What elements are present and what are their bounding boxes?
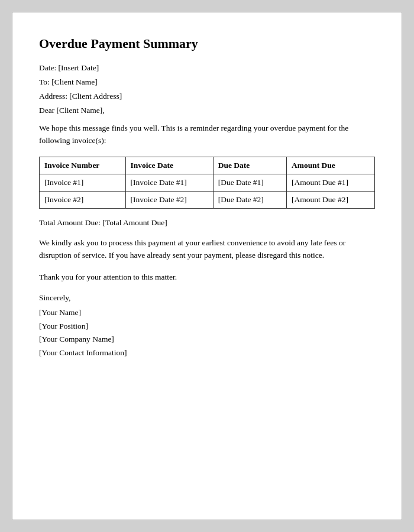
signature-name: [Your Name] <box>39 306 375 320</box>
document-container: Overdue Payment Summary Date: [Insert Da… <box>12 12 402 520</box>
thank-you-text: Thank you for your attention to this mat… <box>39 271 375 284</box>
table-cell-r0-c3: [Amount Due #1] <box>286 174 374 191</box>
table-cell-r0-c0: [Invoice #1] <box>40 174 126 191</box>
table-cell-r0-c2: [Due Date #1] <box>213 174 286 191</box>
table-cell-r0-c1: [Invoice Date #1] <box>125 174 213 191</box>
date-line: Date: [Insert Date] <box>39 63 375 73</box>
total-line: Total Amount Due: [Total Amount Due] <box>39 218 375 228</box>
sincerely-label: Sincerely, <box>39 293 375 303</box>
table-body: [Invoice #1][Invoice Date #1][Due Date #… <box>40 174 375 208</box>
col-header-due-date: Due Date <box>213 157 286 174</box>
to-line: To: [Client Name] <box>39 77 375 87</box>
payment-text: We kindly ask you to process this paymen… <box>39 237 375 262</box>
address-line: Address: [Client Address] <box>39 92 375 101</box>
signature-contact: [Your Contact Information] <box>39 346 375 360</box>
signature-position: [Your Position] <box>39 320 375 333</box>
table-row: [Invoice #1][Invoice Date #1][Due Date #… <box>40 174 375 191</box>
table-cell-r1-c3: [Amount Due #2] <box>286 191 374 208</box>
signature-block: [Your Name] [Your Position] [Your Compan… <box>39 306 375 361</box>
table-header-row: Invoice Number Invoice Date Due Date Amo… <box>40 157 375 174</box>
greeting-line: Dear [Client Name], <box>39 106 375 115</box>
col-header-invoice-date: Invoice Date <box>125 157 213 174</box>
page-title: Overdue Payment Summary <box>39 36 375 51</box>
invoice-table: Invoice Number Invoice Date Due Date Amo… <box>39 157 375 209</box>
col-header-amount-due: Amount Due <box>286 157 374 174</box>
signature-company: [Your Company Name] <box>39 333 375 346</box>
col-header-invoice-number: Invoice Number <box>40 157 126 174</box>
table-row: [Invoice #2][Invoice Date #2][Due Date #… <box>40 191 375 208</box>
table-cell-r1-c2: [Due Date #2] <box>213 191 286 208</box>
table-cell-r1-c0: [Invoice #2] <box>40 191 126 208</box>
table-cell-r1-c1: [Invoice Date #2] <box>125 191 213 208</box>
intro-text: We hope this message finds you well. Thi… <box>39 122 375 147</box>
